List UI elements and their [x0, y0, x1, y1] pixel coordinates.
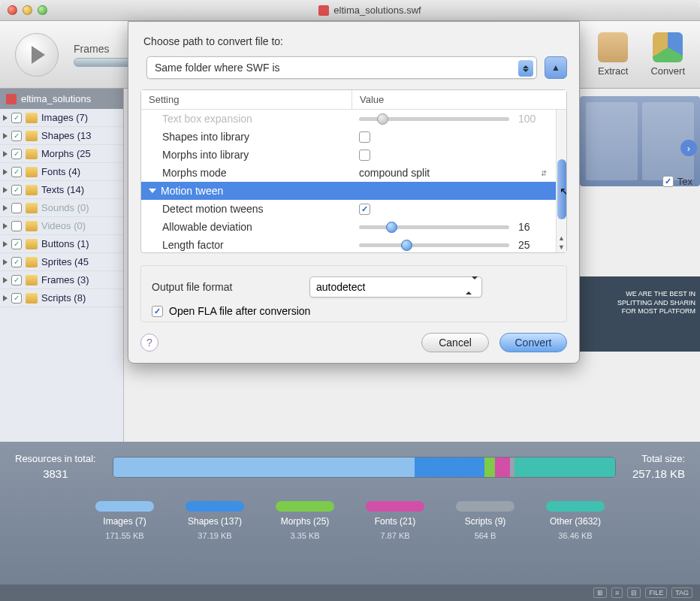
checkbox-icon[interactable]: ✓ — [11, 293, 22, 304]
slider[interactable] — [359, 225, 509, 229]
checkbox-icon[interactable]: ✓ — [11, 131, 22, 141]
sidebar-root[interactable]: eltima_solutions — [0, 89, 123, 109]
convert-dialog: Choose path to convert file to: Same fol… — [128, 21, 580, 364]
disclosure-triangle-icon — [3, 133, 8, 139]
scroll-down-icon[interactable]: ▼ — [558, 243, 565, 251]
checkbox-icon[interactable] — [11, 221, 22, 231]
sidebar-item[interactable]: ✓Shapes (13 — [0, 127, 123, 145]
status-chip[interactable]: ≡ — [611, 587, 623, 598]
reveal-up-button[interactable]: ▲ — [545, 56, 567, 79]
sidebar-item[interactable]: ✓Texts (14) — [0, 181, 123, 199]
checkbox-icon[interactable]: ✓ — [11, 275, 22, 285]
thumbnails-next-button[interactable]: › — [680, 140, 697, 156]
setting-label: Detect motion tweens — [141, 203, 352, 215]
disclosure-triangle-icon — [3, 277, 8, 283]
status-file[interactable]: FILE — [645, 587, 667, 598]
legend-swatch — [95, 501, 154, 512]
checkbox[interactable] — [359, 149, 370, 161]
sidebar-item[interactable]: ✓Buttons (1) — [0, 235, 123, 253]
sidebar-item[interactable]: ✓Sprites (45 — [0, 253, 123, 271]
mouse-cursor-icon: ↖ — [560, 185, 566, 198]
legend-item: Other (3632)36.46 KB — [546, 501, 605, 540]
tex-checkbox-row[interactable]: Tex — [662, 176, 692, 187]
sidebar-item[interactable]: ✓Fonts (4) — [0, 163, 123, 181]
slider[interactable] — [359, 243, 509, 247]
settings-table: Setting Value Text box expansion 100 Sha… — [140, 89, 567, 253]
sidebar-item-label: Frames (3) — [41, 274, 89, 285]
setting-label: Shapes into library — [141, 131, 352, 143]
window-minimize-button[interactable] — [23, 5, 32, 15]
sidebar-item[interactable]: ✓Frames (3) — [0, 271, 123, 289]
checkbox-icon[interactable]: ✓ — [11, 167, 22, 177]
open-after-checkbox-row[interactable]: Open FLA file after conversion — [146, 300, 562, 319]
sidebar-item-label: Texts (14) — [41, 184, 84, 195]
window-zoom-button[interactable] — [38, 5, 47, 15]
checkbox-icon[interactable]: ✓ — [11, 113, 22, 123]
setting-group-motion-tween[interactable]: Motion tween — [141, 182, 566, 200]
video-preview[interactable]: WE ARE THE BEST IN SPLITTING AND SHARIN … — [580, 276, 700, 352]
slider[interactable] — [359, 117, 509, 121]
convert-tool[interactable]: Convert — [650, 32, 685, 77]
checkbox[interactable] — [359, 131, 370, 143]
resources-label: Resources in total: — [15, 452, 96, 466]
path-dropdown[interactable]: Same folder where SWF is — [146, 56, 537, 79]
legend-item: Morphs (25)3.35 KB — [276, 501, 334, 540]
status-chip[interactable]: ⊟ — [627, 587, 641, 598]
legend-name: Other (3632) — [550, 516, 601, 527]
dropdown-arrows-icon — [518, 60, 533, 77]
sidebar-item[interactable]: ✓Scripts (8) — [0, 289, 123, 307]
folder-icon — [26, 149, 38, 159]
setting-value: 16 — [518, 221, 530, 233]
legend-name: Fonts (21) — [375, 516, 416, 527]
legend-name: Morphs (25) — [281, 516, 330, 527]
select-value: compound split — [359, 167, 430, 179]
legend-swatch — [366, 501, 424, 512]
usage-segment — [484, 458, 494, 477]
window-title: eltima_solutions.swf — [333, 5, 421, 16]
legend-size: 7.87 KB — [380, 531, 409, 540]
legend-size: 37.19 KB — [198, 531, 231, 540]
morphs-mode-select[interactable]: compound split⇵ — [359, 167, 547, 179]
sidebar-item[interactable]: ✓Morphs (25 — [0, 145, 123, 163]
sidebar-item-label: Sounds (0) — [41, 202, 89, 213]
legend-item: Shapes (137)37.19 KB — [186, 501, 244, 540]
usage-bar — [113, 457, 616, 478]
window-titlebar: eltima_solutions.swf — [0, 0, 700, 21]
help-button[interactable]: ? — [140, 334, 158, 352]
sidebar-item[interactable]: Videos (0) — [0, 217, 123, 235]
total-size-label: Total size: — [632, 452, 685, 466]
disclosure-triangle-icon — [3, 169, 8, 175]
extract-label: Extract — [598, 65, 628, 77]
window-close-button[interactable] — [8, 5, 17, 15]
play-button[interactable] — [15, 33, 59, 77]
extract-tool[interactable]: Extract — [598, 32, 628, 77]
setting-label: Allowable deviation — [141, 221, 352, 233]
thumbnail[interactable] — [586, 102, 638, 180]
open-after-label: Open FLA file after conversion — [169, 305, 310, 317]
disclosure-triangle-icon — [3, 187, 8, 193]
overlay-text: SPLITTING AND SHARIN — [584, 299, 695, 308]
output-format-dropdown[interactable]: autodetect — [309, 276, 482, 297]
checkbox-icon[interactable]: ✓ — [11, 149, 22, 159]
overlay-text: WE ARE THE BEST IN — [584, 290, 695, 299]
scroll-up-icon[interactable]: ▲ — [558, 234, 565, 242]
setting-row-allowable-deviation: Allowable deviation 16 — [141, 218, 566, 236]
sidebar-item[interactable]: ✓Images (7) — [0, 109, 123, 127]
output-format-value: autodetect — [316, 281, 365, 293]
path-dropdown-value: Same folder where SWF is — [155, 62, 280, 74]
status-chip[interactable]: ⊞ — [593, 587, 607, 598]
setting-row-textbox-expansion: Text box expansion 100 — [141, 110, 566, 128]
status-tag[interactable]: TAG — [671, 587, 692, 598]
checkbox-icon[interactable]: ✓ — [11, 185, 22, 195]
settings-scrollbar[interactable]: ▲ ▼ ↖ — [556, 110, 566, 252]
sidebar-item[interactable]: Sounds (0) — [0, 199, 123, 217]
checkbox-icon[interactable] — [11, 203, 22, 213]
setting-label: Text box expansion — [141, 113, 352, 125]
legend-size: 564 B — [475, 531, 496, 540]
convert-button[interactable]: Convert — [499, 333, 567, 352]
checkbox[interactable] — [359, 204, 370, 215]
checkbox-icon[interactable]: ✓ — [11, 239, 22, 249]
legend-item: Fonts (21)7.87 KB — [366, 501, 424, 540]
checkbox-icon[interactable]: ✓ — [11, 257, 22, 267]
cancel-button[interactable]: Cancel — [421, 333, 489, 352]
